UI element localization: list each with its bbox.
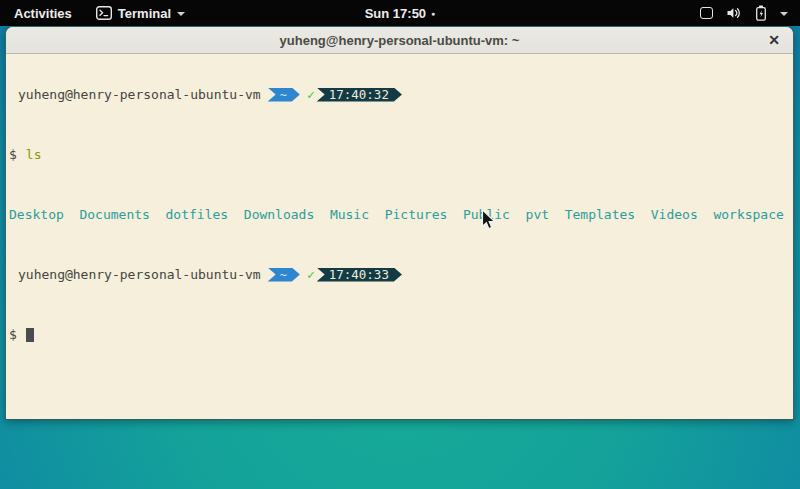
window-titlebar[interactable]: yuheng@henry-personal-ubuntu-vm: ~ ✕: [6, 27, 793, 54]
prompt-symbol: $: [9, 327, 17, 342]
terminal-content[interactable]: yuheng@henry-personal-ubuntu-vm~✓17:40:3…: [6, 54, 793, 419]
prompt-time-segment: 17:40:33: [317, 268, 402, 282]
prompt-status-check-icon: ✓: [307, 267, 315, 282]
prompt-status-check-icon: ✓: [307, 87, 315, 102]
volume-icon: [726, 6, 742, 20]
terminal-cursor: [26, 328, 34, 342]
system-status-area[interactable]: [688, 0, 800, 26]
system-menu-chevron-icon: [780, 12, 788, 16]
prompt-line-2: yuheng@henry-personal-ubuntu-vm~✓17:40:3…: [9, 267, 790, 282]
current-command-line: $: [9, 327, 790, 342]
notification-dot-icon: ●: [431, 10, 435, 17]
battery-charging-icon: [755, 5, 767, 21]
command-text: ls: [26, 147, 42, 162]
prompt-cwd-segment: ~: [268, 88, 300, 102]
activities-label: Activities: [14, 6, 72, 21]
chevron-down-icon: [177, 12, 185, 16]
command-line-ls: $ls: [9, 147, 790, 162]
prompt-line-1: yuheng@henry-personal-ubuntu-vm~✓17:40:3…: [9, 87, 790, 102]
directory-listing: Desktop Documents dotfiles Downloads Mus…: [9, 207, 784, 222]
prompt-userhost: yuheng@henry-personal-ubuntu-vm: [18, 87, 261, 102]
close-icon[interactable]: ✕: [768, 32, 780, 48]
display-icon: [700, 7, 713, 19]
app-menu-label: Terminal: [118, 6, 171, 21]
activities-button[interactable]: Activities: [0, 0, 86, 26]
prompt-cwd-segment: ~: [268, 268, 300, 282]
ls-output-line: Desktop Documents dotfiles Downloads Mus…: [9, 207, 790, 222]
top-bar: Activities Terminal Sun 17:50 ●: [0, 0, 800, 26]
terminal-window: yuheng@henry-personal-ubuntu-vm: ~ ✕ yuh…: [5, 26, 794, 420]
window-title: yuheng@henry-personal-ubuntu-vm: ~: [280, 33, 520, 48]
terminal-icon: [96, 6, 112, 20]
mouse-cursor-icon: [481, 209, 498, 236]
app-menu-terminal[interactable]: Terminal: [86, 0, 195, 26]
prompt-time-segment: 17:40:32: [317, 88, 402, 102]
clock-label[interactable]: Sun 17:50: [365, 6, 426, 21]
prompt-symbol: $: [9, 147, 17, 162]
prompt-userhost: yuheng@henry-personal-ubuntu-vm: [18, 267, 261, 282]
